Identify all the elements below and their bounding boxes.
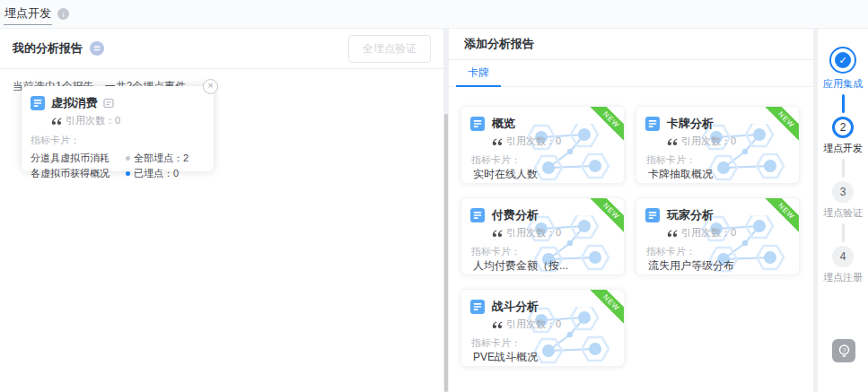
stepper-rail: ✓ 应用集成 2 埋点开发 3 埋点验证 4 埋点注册 bbox=[818, 29, 868, 392]
report-doc-icon bbox=[645, 117, 660, 131]
my-reports-title: 我的分析报告 bbox=[13, 40, 83, 57]
quote-count: 引用次数：0 bbox=[681, 226, 736, 240]
step-circle-register: 4 bbox=[832, 246, 854, 267]
stepper-connector bbox=[842, 159, 845, 178]
step-label-verify: 埋点验证 bbox=[823, 206, 863, 220]
stepper-connector bbox=[842, 94, 845, 113]
quote-icon bbox=[667, 230, 678, 237]
page-header: 埋点开发 i bbox=[0, 0, 868, 28]
selected-report-card[interactable]: × 虚拟消费 引用次数：0 指标卡片： 分道具虚拟币消耗 各虚拟币获得概况 全部… bbox=[22, 86, 214, 171]
quote-icon bbox=[667, 138, 678, 145]
metric-cards-label: 指标卡片： bbox=[636, 148, 799, 167]
metric-cards-label: 指标卡片： bbox=[461, 148, 624, 167]
quote-icon bbox=[492, 138, 503, 145]
report-doc-icon bbox=[31, 96, 45, 110]
step-label-register: 埋点注册 bbox=[823, 271, 863, 284]
metric-cards-label: 指标卡片： bbox=[461, 240, 624, 258]
report-doc-icon bbox=[470, 208, 485, 222]
step-done-check-icon: ✓ bbox=[829, 47, 856, 74]
report-doc-icon bbox=[645, 208, 660, 222]
reports-badge-icon bbox=[90, 41, 104, 56]
metric-line: 卡牌抽取概况 bbox=[636, 167, 754, 182]
stat-done-points: 已埋点：0 bbox=[126, 166, 189, 181]
step-label-development: 埋点开发 bbox=[823, 142, 863, 155]
step-label-integration: 应用集成 bbox=[823, 77, 863, 91]
template-card-overview[interactable]: NEW 概览 引用次数：0 指标卡片： 实时在线人数 新付费用户充值金额 bbox=[460, 106, 625, 184]
metric-line: 实时在线人数 bbox=[461, 167, 579, 182]
template-card-player-analysis[interactable]: NEW 玩家分析 引用次数：0 指标卡片： 流失用户等级分布 活跃用户留存 bbox=[636, 197, 800, 275]
category-tabbar: 卡牌 bbox=[449, 60, 813, 87]
metric-cards-label: 指标卡片： bbox=[636, 240, 799, 258]
metric-line: 新付费用户充值金额 bbox=[461, 182, 579, 184]
close-icon[interactable]: × bbox=[203, 79, 218, 94]
gray-dot-icon bbox=[126, 156, 130, 161]
metric-line: 分道具虚拟币消耗 bbox=[31, 151, 126, 166]
report-doc-icon bbox=[470, 117, 485, 131]
add-report-panel: 添加分析报告 卡牌 NEW 概览 引用次数：0 指标卡片： 实时在线人数 新付费… bbox=[449, 29, 813, 392]
metric-line: 各虚拟币获得概况 bbox=[31, 166, 126, 181]
metric-line: 卡牌出战概况 bbox=[636, 182, 754, 184]
help-tips-button[interactable] bbox=[832, 339, 855, 362]
report-title: 虚拟消费 bbox=[51, 95, 98, 111]
quote-icon bbox=[492, 321, 503, 328]
step-circle-current: 2 bbox=[832, 117, 854, 138]
quote-count: 引用次数：0 bbox=[66, 114, 120, 127]
card-title: 卡牌分析 bbox=[667, 116, 736, 132]
quote-count: 引用次数：0 bbox=[681, 135, 736, 148]
my-reports-panel: 我的分析报告 全埋点验证 当前选中1个报告，一共2个埋点事件 × 虚拟消费 引用… bbox=[0, 29, 443, 392]
blue-dot-icon bbox=[126, 171, 130, 176]
template-cards-grid: NEW 概览 引用次数：0 指标卡片： 实时在线人数 新付费用户充值金额 NEW… bbox=[460, 106, 800, 367]
stepper-connector bbox=[842, 223, 845, 242]
metric-line: PVE战斗概况 bbox=[461, 350, 579, 365]
verify-all-button[interactable]: 全埋点验证 bbox=[348, 35, 431, 63]
add-report-title: 添加分析报告 bbox=[449, 29, 813, 60]
vertical-scrollbar[interactable] bbox=[444, 114, 448, 392]
open-report-icon[interactable] bbox=[103, 98, 114, 109]
metric-line: 流失用户等级分布 bbox=[636, 258, 754, 274]
card-title: 付费分析 bbox=[492, 207, 561, 223]
page-title: 埋点开发 bbox=[4, 4, 52, 25]
progress-stepper: ✓ 应用集成 2 埋点开发 3 埋点验证 4 埋点注册 bbox=[818, 29, 868, 284]
metric-line: 首次付费用户数 bbox=[461, 274, 579, 275]
lightbulb-question-icon bbox=[837, 344, 852, 359]
quote-count: 引用次数：0 bbox=[506, 318, 561, 331]
metric-line: 人均付费金额（按... bbox=[461, 258, 579, 274]
metric-line: 活跃用户留存 bbox=[636, 274, 754, 275]
metric-cards-label: 指标卡片： bbox=[22, 127, 214, 147]
card-title: 战斗分析 bbox=[492, 299, 561, 315]
info-icon[interactable]: i bbox=[57, 8, 69, 20]
template-card-battle-analysis[interactable]: NEW 战斗分析 引用次数：0 指标卡片： PVE战斗概况 PVP战斗概况 bbox=[460, 289, 625, 367]
template-card-cards-analysis[interactable]: NEW 卡牌分析 引用次数：0 指标卡片： 卡牌抽取概况 卡牌出战概况 bbox=[636, 106, 800, 184]
metric-cards-label: 指标卡片： bbox=[461, 331, 624, 350]
step-circle-verify: 3 bbox=[832, 181, 854, 203]
quote-count: 引用次数：0 bbox=[506, 135, 561, 148]
report-doc-icon bbox=[470, 300, 485, 314]
my-reports-header: 我的分析报告 全埋点验证 bbox=[0, 29, 443, 69]
tab-card-category[interactable]: 卡牌 bbox=[456, 60, 501, 86]
card-title: 概览 bbox=[492, 116, 561, 132]
quote-icon bbox=[51, 118, 62, 125]
template-card-payment-analysis[interactable]: NEW 付费分析 引用次数：0 指标卡片： 人均付费金额（按... 首次付费用户… bbox=[460, 197, 625, 275]
quote-count: 引用次数：0 bbox=[506, 226, 561, 240]
stat-total-points: 全部埋点：2 bbox=[126, 151, 189, 166]
quote-icon bbox=[492, 230, 503, 237]
card-title: 玩家分析 bbox=[667, 207, 736, 223]
metric-line: PVP战斗概况 bbox=[461, 365, 579, 367]
